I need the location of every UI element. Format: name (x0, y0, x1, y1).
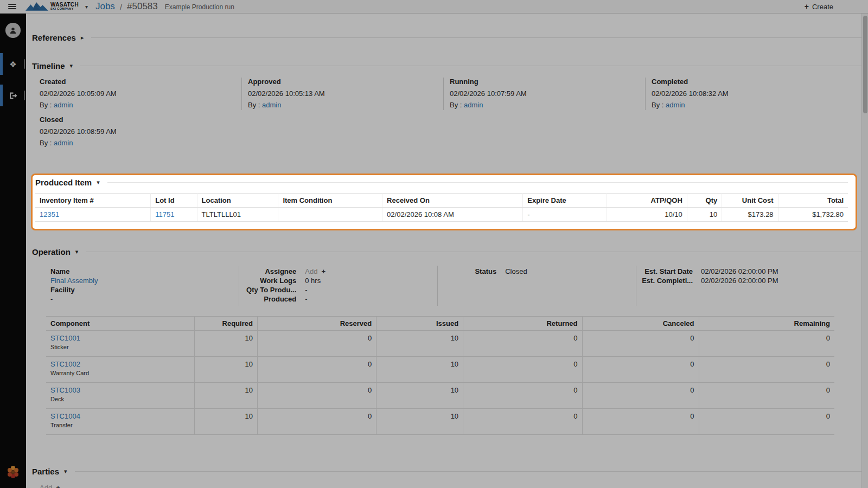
sidebar: ❖ (0, 14, 26, 488)
create-button[interactable]: + Create (805, 2, 833, 11)
condition-value (278, 208, 382, 222)
unit-cost-value: $173.28 (722, 208, 778, 222)
user-link[interactable]: admin (262, 101, 281, 109)
timeline-label: Created (40, 78, 241, 86)
brand-logo[interactable]: WASATCH SKI COMPANY (25, 2, 79, 11)
operation-name-link[interactable]: Final Assembly (50, 277, 98, 285)
by-prefix: By : (450, 101, 462, 109)
section-title: Produced Item (35, 178, 92, 187)
sidebar-item-apps[interactable]: ❖ (0, 52, 26, 76)
component-link[interactable]: STC1003 (50, 386, 80, 394)
section-title: Parties (32, 467, 59, 476)
qty-to-produce-value: - (305, 285, 437, 294)
user-link[interactable]: admin (54, 101, 73, 109)
facility-value: - (50, 294, 239, 304)
user-link[interactable]: admin (464, 101, 483, 109)
col-total: Total (778, 194, 848, 208)
col-issued: Issued (376, 317, 463, 331)
timeline-datetime: 02/02/2026 10:05:13 AM (248, 89, 443, 98)
table-header-row: Component Required Reserved Issued Retur… (46, 317, 834, 331)
user-link[interactable]: admin (666, 101, 685, 109)
component-link[interactable]: STC1004 (50, 412, 80, 420)
component-name: Transfer (50, 422, 190, 428)
required-value: 10 (194, 409, 257, 435)
table-row: STC1002 Warranty Card 10 0 10 0 0 0 (46, 357, 834, 383)
section-title: Operation (32, 247, 71, 256)
lot-id-link[interactable]: 11751 (155, 210, 174, 219)
remaining-value: 0 (699, 331, 834, 357)
est-start-value: 02/02/2026 02:00:00 PM (701, 267, 834, 276)
job-title: Example Production run (165, 2, 234, 11)
by-prefix: By : (40, 101, 52, 109)
plus-icon: + (56, 484, 60, 488)
chevron-down-icon: ▾ (97, 179, 100, 186)
timeline-datetime: 02/02/2026 10:07:59 AM (450, 89, 645, 98)
col-unit-cost: Unit Cost (722, 194, 778, 208)
section-produced-item-toggle[interactable]: Produced Item ▾ (35, 178, 848, 187)
canceled-value: 0 (582, 383, 699, 409)
user-avatar-button[interactable] (5, 23, 21, 38)
inventory-item-link[interactable]: 12351 (40, 210, 59, 219)
divider (80, 66, 861, 66)
breadcrumb: Jobs / #50583 Example Production run (95, 1, 234, 12)
chevron-down-icon[interactable]: ▾ (85, 4, 88, 10)
issued-value: 10 (376, 357, 463, 383)
app-logo-icon[interactable] (7, 465, 20, 481)
qty-value: 10 (687, 208, 722, 222)
col-remaining: Remaining (699, 317, 834, 331)
received-on-value: 02/02/2026 10:08 AM (382, 208, 523, 222)
section-references-toggle[interactable]: References ▸ (32, 33, 861, 42)
table-row: STC1001 Sticker 10 0 10 0 0 0 (46, 331, 834, 357)
col-expire-date: Expire Date (523, 194, 607, 208)
sign-out-icon (9, 92, 17, 100)
component-name: Sticker (50, 344, 190, 350)
timeline-row: Closed 02/02/2026 10:08:59 AM By : admin (40, 115, 847, 148)
components-table: Component Required Reserved Issued Retur… (46, 316, 834, 435)
scrollbar-track[interactable] (861, 14, 868, 488)
table-row: 12351 11751 TLTLTLLL01 02/02/2026 10:08 … (35, 208, 848, 222)
required-value: 10 (194, 331, 257, 357)
reserved-value: 0 (257, 409, 376, 435)
section-parties-toggle[interactable]: Parties ▾ (32, 467, 861, 476)
parties-add-button[interactable]: Add+ (40, 484, 868, 488)
sidebar-item-logout[interactable] (0, 84, 26, 107)
issued-value: 10 (376, 383, 463, 409)
remaining-value: 0 (699, 357, 834, 383)
user-icon (9, 27, 17, 34)
est-start-label: Est. Start Date (641, 267, 693, 276)
operation-assignee-group: Assignee Add+ Work Logs 0 hrs Qty To Pro… (239, 266, 437, 306)
operation-fields: Name Final Assembly Facility - Assignee … (46, 266, 834, 306)
col-location: Location (197, 194, 278, 208)
col-qty: Qty (687, 194, 722, 208)
by-prefix: By : (40, 139, 52, 147)
chevron-right-icon: ▸ (81, 34, 84, 41)
plus-icon: + (805, 2, 809, 11)
timeline-label: Approved (248, 78, 443, 86)
reserved-value: 0 (257, 331, 376, 357)
user-link[interactable]: admin (54, 139, 73, 147)
component-link[interactable]: STC1002 (50, 360, 80, 368)
active-indicator (0, 85, 3, 106)
breadcrumb-jobs-link[interactable]: Jobs (95, 1, 115, 12)
chevron-down-icon: ▾ (70, 62, 73, 69)
timeline-row: Created 02/02/2026 10:05:09 AM By : admi… (40, 78, 847, 110)
issued-value: 10 (376, 331, 463, 357)
produced-item-table: Inventory Item # Lot Id Location Item Co… (35, 193, 848, 222)
canceled-value: 0 (582, 357, 699, 383)
timeline-datetime: 02/02/2026 10:05:09 AM (40, 89, 241, 98)
assignee-add-button[interactable]: Add+ (305, 267, 437, 276)
atp-qoh-value: 10/10 (607, 208, 687, 222)
scrollbar-thumb[interactable] (863, 16, 867, 113)
by-prefix: By : (652, 101, 663, 109)
col-canceled: Canceled (582, 317, 699, 331)
reserved-value: 0 (257, 383, 376, 409)
job-number: #50583 (127, 1, 158, 12)
col-item-condition: Item Condition (278, 194, 382, 208)
breadcrumb-separator: / (120, 2, 122, 11)
menu-icon[interactable] (8, 4, 16, 9)
returned-value: 0 (463, 409, 582, 435)
section-operation-toggle[interactable]: Operation ▾ (32, 247, 861, 256)
component-link[interactable]: STC1001 (50, 334, 80, 342)
section-timeline-toggle[interactable]: Timeline ▾ (32, 61, 861, 70)
section-title: Timeline (32, 61, 65, 70)
